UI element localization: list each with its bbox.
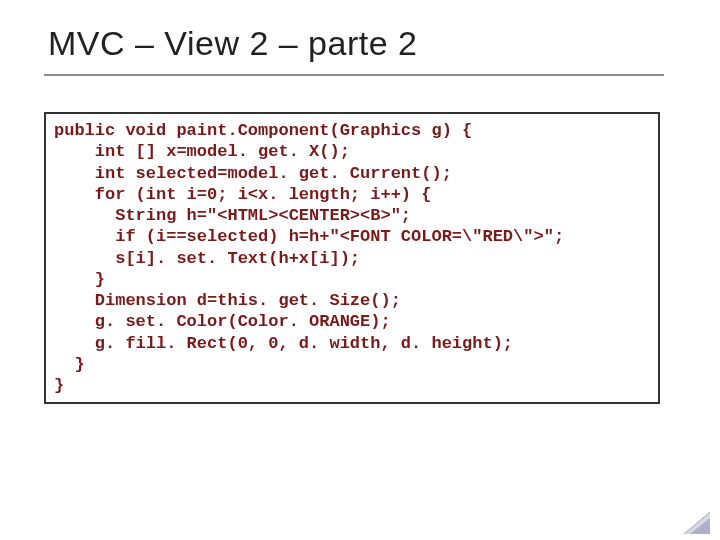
title-underline [44,74,664,76]
slide: MVC – View 2 – parte 2 public void paint… [0,0,720,540]
code-box: public void paint.Component(Graphics g) … [44,112,660,404]
code-content: public void paint.Component(Graphics g) … [54,120,650,396]
page-curl-icon [684,512,710,534]
slide-title: MVC – View 2 – parte 2 [48,24,417,63]
